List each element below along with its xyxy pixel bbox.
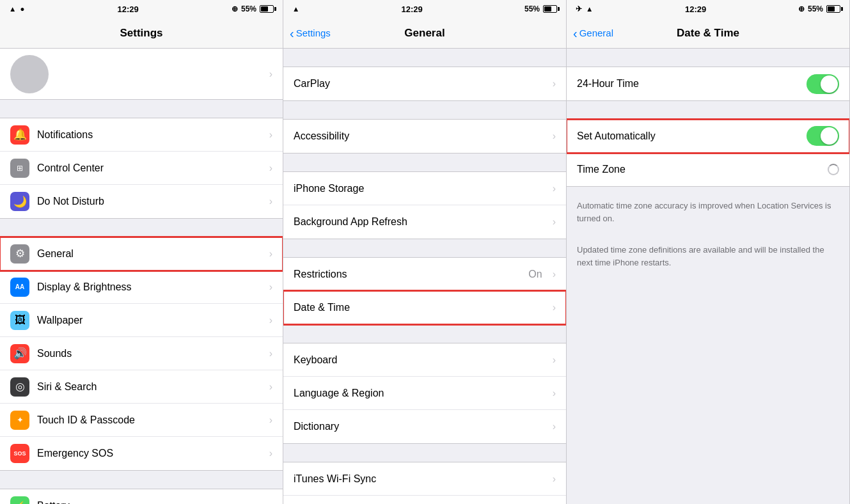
carplay-label: CarPlay	[294, 78, 545, 90]
nav-bar-1: Settings	[0, 18, 283, 49]
status-right-2: 55%	[524, 4, 557, 13]
date-time-back-button[interactable]: ‹ General	[573, 27, 613, 40]
storage-chevron: ›	[553, 183, 556, 194]
dt-group-1: 24-Hour Time	[567, 67, 849, 101]
do-not-disturb-label: Do Not Disturb	[37, 196, 262, 207]
dt-group-2: Set Automatically Time Zone	[567, 119, 849, 187]
row-general[interactable]: ⚙ General ›	[0, 237, 283, 271]
status-left-3: ✈ ▲	[576, 4, 593, 13]
status-bar-2: ▲ 12:29 55%	[283, 0, 566, 18]
info-text-2: Updated time zone definitions are availa…	[567, 237, 849, 275]
row-itunes-wifi-sync[interactable]: iTunes Wi-Fi Sync ›	[283, 462, 566, 496]
settings-scroll[interactable]: › 🔔 Notifications › ⊞ Control Center › 🌙…	[0, 49, 283, 504]
row-dictionary[interactable]: Dictionary ›	[283, 410, 566, 443]
keyboard-chevron: ›	[553, 354, 556, 366]
row-24-hour-time[interactable]: 24-Hour Time	[567, 67, 849, 100]
signal-icon: ●	[20, 5, 24, 13]
battery-percent-1: 55%	[241, 4, 256, 13]
g-spacer-1	[283, 49, 566, 67]
row-keyboard[interactable]: Keyboard ›	[283, 343, 566, 377]
set-auto-toggle[interactable]	[807, 126, 839, 146]
row-restrictions[interactable]: Restrictions On ›	[283, 258, 566, 291]
dt-spacer-1	[567, 49, 849, 67]
set-auto-knob	[821, 127, 838, 145]
row-battery[interactable]: ⚡ Battery ›	[0, 489, 283, 504]
row-wallpaper[interactable]: 🖼 Wallpaper ›	[0, 304, 283, 337]
battery-label: Battery	[37, 500, 262, 505]
dt-spacer-2	[567, 101, 849, 119]
set-auto-label: Set Automatically	[577, 130, 807, 142]
row-vpn[interactable]: VPN Not Connected ›	[283, 496, 566, 504]
bg-refresh-chevron: ›	[553, 216, 556, 228]
general-group-3: iPhone Storage › Background App Refresh …	[283, 171, 566, 239]
iphone-storage-label: iPhone Storage	[294, 183, 545, 194]
general-group-1: CarPlay ›	[283, 67, 566, 101]
nav-title-1: Settings	[120, 27, 162, 40]
date-time-label: Date & Time	[294, 302, 545, 313]
row-display[interactable]: AA Display & Brightness ›	[0, 271, 283, 304]
display-icon: AA	[10, 278, 29, 297]
control-center-label: Control Center	[37, 162, 262, 174]
itunes-wifi-label: iTunes Wi-Fi Sync	[294, 473, 545, 485]
restrictions-chevron: ›	[553, 269, 556, 280]
general-chevron: ›	[269, 248, 272, 260]
settings-group-2: ⚙ General › AA Display & Brightness › 🖼 …	[0, 237, 283, 471]
profile-row[interactable]: ›	[0, 49, 283, 100]
24-hour-toggle[interactable]	[807, 74, 839, 94]
status-left-1: ▲ ●	[9, 5, 24, 13]
row-touch-id[interactable]: ✦ Touch ID & Passcode ›	[0, 404, 283, 437]
dictionary-label: Dictionary	[294, 421, 545, 432]
row-set-automatically[interactable]: Set Automatically	[567, 120, 849, 153]
sounds-label: Sounds	[37, 348, 262, 359]
row-carplay[interactable]: CarPlay ›	[283, 67, 566, 100]
wifi-icon: ▲	[9, 5, 16, 13]
row-date-time[interactable]: Date & Time ›	[283, 291, 566, 324]
row-accessibility[interactable]: Accessibility ›	[283, 120, 566, 153]
battery-icon-3	[826, 5, 840, 13]
dt-scroll[interactable]: 24-Hour Time Set Automatically Time Zone…	[567, 49, 849, 504]
row-do-not-disturb[interactable]: 🌙 Do Not Disturb ›	[0, 185, 283, 218]
row-emergency-sos[interactable]: SOS Emergency SOS ›	[0, 437, 283, 470]
status-time-3: 12:29	[685, 4, 706, 14]
general-label: General	[37, 248, 262, 260]
notifications-icon: 🔔	[10, 125, 29, 145]
notifications-chevron: ›	[269, 129, 272, 141]
g-spacer-3	[283, 154, 566, 171]
emergency-sos-label: Emergency SOS	[37, 448, 262, 459]
row-sounds[interactable]: 🔊 Sounds ›	[0, 337, 283, 370]
battery-percent-2: 55%	[524, 4, 540, 13]
general-icon: ⚙	[10, 244, 29, 264]
g-spacer-6	[283, 444, 566, 462]
row-iphone-storage[interactable]: iPhone Storage ›	[283, 172, 566, 205]
battery-chevron: ›	[269, 500, 272, 505]
general-back-button[interactable]: ‹ Settings	[290, 27, 331, 40]
row-language-region[interactable]: Language & Region ›	[283, 377, 566, 410]
g-spacer-4	[283, 239, 566, 257]
status-bar-3: ✈ ▲ 12:29 ⊕ 55%	[567, 0, 849, 18]
info-text-1: Automatic time zone accuracy is improved…	[567, 193, 849, 231]
battery-icon-2	[543, 5, 557, 13]
wallpaper-label: Wallpaper	[37, 315, 262, 326]
row-control-center[interactable]: ⊞ Control Center ›	[0, 152, 283, 185]
row-bg-refresh[interactable]: Background App Refresh ›	[283, 205, 566, 239]
siri-label: Siri & Search	[37, 381, 262, 393]
back-chevron-icon: ‹	[290, 27, 294, 40]
restrictions-label: Restrictions	[294, 269, 521, 280]
siri-icon: ◎	[10, 377, 29, 397]
dnd-chevron: ›	[269, 196, 272, 207]
battery-percent-3: 55%	[808, 4, 823, 13]
location-icon: ⊕	[232, 4, 238, 13]
row-time-zone[interactable]: Time Zone	[567, 153, 849, 186]
dt-spacer-4	[567, 231, 849, 237]
date-time-chevron: ›	[553, 302, 556, 313]
general-scroll[interactable]: CarPlay › Accessibility › iPhone Storage…	[283, 49, 566, 504]
dt-back-chevron-icon: ‹	[573, 27, 578, 40]
row-notifications[interactable]: 🔔 Notifications ›	[0, 118, 283, 152]
wallpaper-icon: 🖼	[10, 311, 29, 330]
general-back-label: Settings	[296, 28, 331, 38]
status-time-1: 12:29	[118, 4, 139, 14]
location-icon-3: ⊕	[798, 4, 805, 13]
dt-back-label: General	[579, 28, 613, 38]
row-siri[interactable]: ◎ Siri & Search ›	[0, 370, 283, 404]
accessibility-chevron: ›	[553, 130, 556, 142]
